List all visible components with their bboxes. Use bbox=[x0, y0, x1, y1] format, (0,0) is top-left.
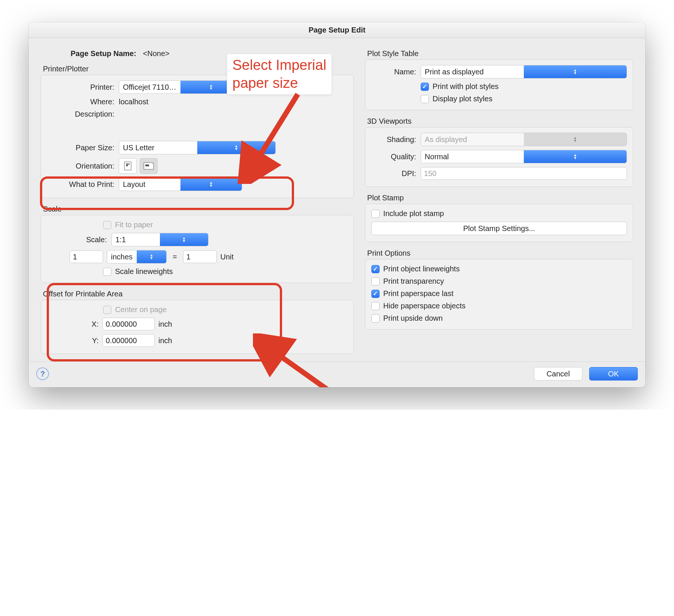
center-on-page-checkbox: Center on page bbox=[103, 305, 347, 314]
chevron-updown-icon bbox=[524, 65, 627, 78]
chevron-updown-icon bbox=[197, 141, 275, 154]
scale-units-value: inches bbox=[107, 253, 137, 261]
plot-stamp-title: Plot Stamp bbox=[367, 194, 633, 202]
offset-x-value: 0.000000 bbox=[106, 320, 137, 329]
page-setup-name-label: Page Setup Name: bbox=[71, 49, 136, 58]
viewports-group: 3D Viewports Shading: As displayed Quali… bbox=[365, 117, 633, 187]
plot-style-name-select[interactable]: Print as displayed bbox=[421, 65, 627, 78]
page-setup-name-value: <None> bbox=[143, 49, 170, 58]
offset-x-input[interactable]: 0.000000 bbox=[102, 318, 155, 330]
shading-label: Shading: bbox=[387, 135, 416, 144]
ok-label: OK bbox=[608, 370, 619, 378]
unit-label: Unit bbox=[220, 253, 234, 261]
viewports-title: 3D Viewports bbox=[367, 117, 633, 126]
print-with-plot-styles-label: Print with plot styles bbox=[433, 82, 499, 91]
printer-select-value: Officejet 7110 plain paper bbox=[119, 83, 180, 92]
dpi-label: DPI: bbox=[402, 169, 416, 178]
quality-select[interactable]: Normal bbox=[421, 150, 627, 163]
print-upside-down-label: Print upside down bbox=[383, 314, 443, 323]
where-value: localhost bbox=[119, 98, 347, 106]
offset-x-unit: inch bbox=[158, 320, 172, 329]
offset-y-label: Y: bbox=[88, 336, 99, 345]
print-lineweights-checkbox[interactable]: Print object lineweights bbox=[371, 265, 627, 273]
paper-size-select[interactable]: US Letter bbox=[119, 141, 276, 154]
offset-y-input[interactable]: 0.000000 bbox=[102, 334, 155, 347]
display-plot-styles-checkbox[interactable]: Display plot styles bbox=[421, 95, 627, 103]
where-label: Where: bbox=[90, 98, 114, 106]
print-transparency-label: Print transparency bbox=[383, 277, 444, 286]
chevron-updown-icon bbox=[180, 178, 242, 191]
paper-size-label: Paper Size: bbox=[76, 144, 114, 152]
annotation-paper-size: Select Imperial paper size bbox=[227, 54, 332, 95]
chevron-updown-icon bbox=[137, 250, 166, 263]
printer-label: Printer: bbox=[90, 83, 114, 92]
dpi-input: 150 bbox=[421, 167, 627, 180]
orientation-landscape-button[interactable] bbox=[140, 158, 158, 174]
offset-y-value: 0.000000 bbox=[106, 336, 137, 345]
hide-paperspace-checkbox[interactable]: Hide paperspace objects bbox=[371, 302, 627, 310]
window-title: Page Setup Edit bbox=[29, 22, 645, 38]
center-on-page-label: Center on page bbox=[115, 305, 167, 314]
svg-rect-5 bbox=[145, 164, 149, 166]
landscape-page-icon bbox=[143, 162, 154, 170]
cancel-label: Cancel bbox=[547, 370, 570, 378]
orientation-label: Orientation: bbox=[76, 162, 114, 170]
offset-x-label: X: bbox=[88, 320, 99, 329]
print-options-title: Print Options bbox=[367, 249, 633, 258]
print-lineweights-label: Print object lineweights bbox=[383, 265, 460, 273]
include-plot-stamp-label: Include plot stamp bbox=[383, 209, 444, 218]
scale-units-select[interactable]: inches bbox=[107, 250, 167, 264]
display-plot-styles-label: Display plot styles bbox=[433, 95, 492, 103]
scale-title: Scale bbox=[43, 205, 354, 213]
scale-group: Scale Fit to paper Scale: 1:1 1 bbox=[41, 205, 354, 283]
plot-style-group: Plot Style Table Name: Print as displaye… bbox=[365, 49, 633, 110]
printer-select[interactable]: Officejet 7110 plain paper bbox=[119, 80, 242, 94]
portrait-page-icon bbox=[124, 161, 132, 170]
shading-value: As displayed bbox=[421, 135, 524, 144]
description-label: Description: bbox=[75, 110, 114, 118]
ok-button[interactable]: OK bbox=[589, 367, 638, 381]
fit-to-paper-label: Fit to paper bbox=[115, 221, 153, 229]
fit-to-paper-checkbox: Fit to paper bbox=[103, 221, 347, 229]
plot-stamp-settings-label: Plot Stamp Settings... bbox=[463, 224, 535, 233]
svg-rect-2 bbox=[126, 163, 128, 166]
chevron-updown-icon bbox=[524, 150, 627, 163]
offset-title: Offset for Printable Area bbox=[43, 290, 354, 298]
print-options-group: Print Options Print object lineweights P… bbox=[365, 249, 633, 330]
chevron-updown-icon bbox=[524, 133, 627, 146]
plot-style-name-value: Print as displayed bbox=[421, 68, 524, 76]
what-to-print-select[interactable]: Layout bbox=[119, 178, 242, 191]
quality-label: Quality: bbox=[391, 153, 416, 161]
scale-right-input[interactable]: 1 bbox=[183, 250, 217, 263]
plot-stamp-settings-button[interactable]: Plot Stamp Settings... bbox=[371, 222, 627, 235]
plot-style-title: Plot Style Table bbox=[367, 49, 633, 58]
help-button[interactable]: ? bbox=[36, 367, 49, 380]
scale-left-value: 1 bbox=[73, 253, 77, 261]
plot-style-name-label: Name: bbox=[394, 68, 416, 76]
offset-group: Offset for Printable Area Center on page… bbox=[41, 290, 354, 354]
print-paperspace-last-checkbox[interactable]: Print paperspace last bbox=[371, 289, 627, 298]
print-upside-down-checkbox[interactable]: Print upside down bbox=[371, 314, 627, 323]
what-to-print-label: What to Print: bbox=[69, 180, 114, 189]
page-setup-dialog: Page Setup Edit Page Setup Name: <None> … bbox=[29, 22, 645, 387]
include-plot-stamp-checkbox[interactable]: Include plot stamp bbox=[371, 209, 627, 218]
scale-left-input[interactable]: 1 bbox=[69, 250, 103, 263]
print-with-plot-styles-checkbox[interactable]: Print with plot styles bbox=[421, 82, 627, 91]
print-paperspace-last-label: Print paperspace last bbox=[383, 289, 454, 298]
paper-size-value: US Letter bbox=[119, 144, 197, 152]
scale-label: Scale: bbox=[86, 235, 107, 244]
scale-lineweights-checkbox[interactable]: Scale lineweights bbox=[103, 267, 347, 276]
offset-y-unit: inch bbox=[158, 336, 172, 345]
plot-stamp-group: Plot Stamp Include plot stamp Plot Stamp… bbox=[365, 194, 633, 242]
shading-select: As displayed bbox=[421, 133, 627, 146]
print-transparency-checkbox[interactable]: Print transparency bbox=[371, 277, 627, 286]
orientation-portrait-button[interactable] bbox=[119, 158, 137, 174]
cancel-button[interactable]: Cancel bbox=[534, 367, 582, 381]
hide-paperspace-label: Hide paperspace objects bbox=[383, 302, 466, 310]
chevron-updown-icon bbox=[160, 233, 208, 246]
what-to-print-value: Layout bbox=[119, 180, 180, 189]
scale-value: 1:1 bbox=[112, 235, 160, 244]
dpi-value: 150 bbox=[424, 169, 436, 178]
svg-point-1 bbox=[128, 163, 130, 165]
scale-select[interactable]: 1:1 bbox=[111, 233, 208, 246]
